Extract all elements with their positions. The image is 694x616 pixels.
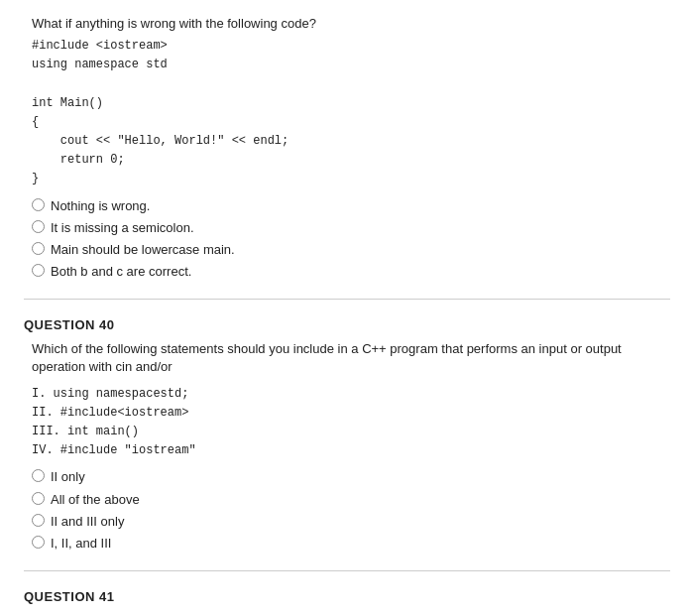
q39-option-0-text: Nothing is wrong. — [51, 197, 150, 215]
q41-heading: QUESTION 41 — [24, 589, 670, 604]
q39-option-2-text: Main should be lowercase main. — [51, 241, 235, 259]
q40-options: II only All of the above II and III only… — [24, 468, 670, 553]
q39-radio-2[interactable] — [32, 242, 45, 255]
q39-option-1-text: It is missing a semicolon. — [51, 219, 194, 237]
q40-option-1: All of the above — [32, 491, 670, 509]
q39-option-0: Nothing is wrong. — [32, 197, 670, 215]
q40-option-3-text: I, II, and III — [51, 535, 111, 553]
question-41-block: QUESTION 41 Which operator is used to co… — [24, 589, 670, 616]
q39-option-1: It is missing a semicolon. — [32, 219, 670, 237]
q39-intro: What if anything is wrong with the follo… — [24, 16, 670, 31]
q40-radio-0[interactable] — [32, 469, 45, 482]
q40-heading: QUESTION 40 — [24, 317, 670, 332]
q39-option-3-text: Both b and c are correct. — [51, 263, 191, 281]
q39-radio-1[interactable] — [32, 220, 45, 233]
q39-option-2: Main should be lowercase main. — [32, 241, 670, 259]
q39-option-3: Both b and c are correct. — [32, 263, 670, 281]
q40-option-3: I, II, and III — [32, 535, 670, 553]
q41-text: Which operator is used to concatenate tw… — [24, 612, 670, 616]
question-40-block: QUESTION 40 Which of the following state… — [24, 317, 670, 571]
q39-code: #include <iostream> using namespace std … — [32, 37, 670, 189]
q39-radio-0[interactable] — [32, 198, 45, 211]
q40-option-2-text: II and III only — [51, 513, 124, 531]
q40-option-0-text: II only — [51, 468, 85, 486]
q40-option-2: II and III only — [32, 513, 670, 531]
q40-radio-3[interactable] — [32, 536, 45, 549]
question-39-block: What if anything is wrong with the follo… — [24, 16, 670, 300]
q40-text: Which of the following statements should… — [24, 340, 670, 376]
q40-option-0: II only — [32, 468, 670, 486]
q40-radio-2[interactable] — [32, 514, 45, 527]
q40-statements: I. using namespacestd; II. #include<iost… — [32, 385, 670, 461]
q39-radio-3[interactable] — [32, 264, 45, 277]
q40-radio-1[interactable] — [32, 492, 45, 505]
q40-option-1-text: All of the above — [51, 491, 140, 509]
q39-options: Nothing is wrong. It is missing a semico… — [24, 197, 670, 282]
page: What if anything is wrong with the follo… — [0, 0, 694, 616]
